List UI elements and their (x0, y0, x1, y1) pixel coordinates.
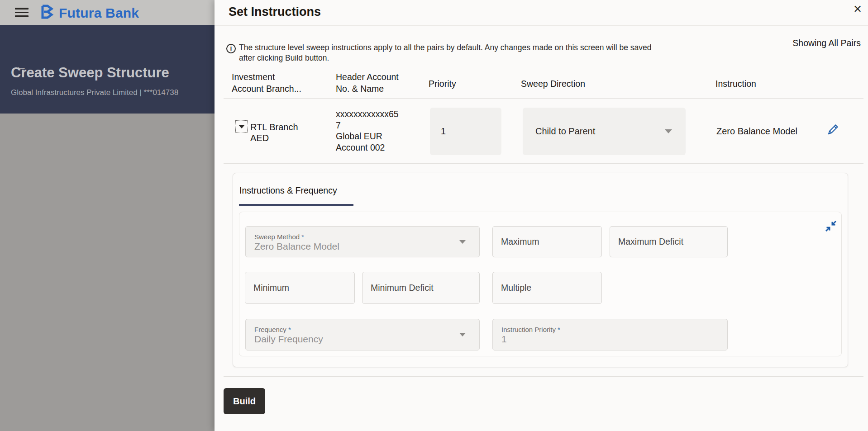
info-line-2: after clicking Build button. (239, 53, 687, 63)
priority-input[interactable]: 1 (430, 108, 501, 155)
collapse-panel-icon[interactable] (825, 220, 837, 232)
required-asterisk: * (558, 326, 560, 333)
minimum-deficit-input[interactable]: Minimum Deficit (362, 272, 480, 304)
column-header-instruction: Instruction (715, 78, 756, 90)
modal-title: Set Instructions (229, 5, 321, 19)
tab-active-underline (239, 204, 353, 206)
maximum-input[interactable]: Maximum (492, 226, 602, 257)
account-name: Global EUR Account 002 (336, 131, 402, 153)
hamburger-menu-icon[interactable] (15, 8, 29, 18)
background-page: Futura Bank ← Create Sweep Structure Glo… (0, 0, 215, 431)
chevron-down-icon (459, 240, 466, 244)
minimum-placeholder: Minimum (253, 283, 289, 293)
chevron-down-icon (459, 333, 466, 336)
info-icon: i (226, 44, 236, 53)
cell-branch: RTL Branch AED (250, 122, 301, 143)
instruction-priority-input[interactable]: Instruction Priority* 1 (492, 319, 728, 350)
frequency-select[interactable]: Frequency* Daily Frequency (245, 319, 480, 350)
minimum-input[interactable]: Minimum (245, 272, 355, 304)
sweep-direction-value: Child to Parent (535, 126, 595, 137)
maximum-placeholder: Maximum (501, 237, 539, 247)
column-header-investment-branch: Investment Account Branch... (232, 71, 306, 95)
sweep-method-select[interactable]: Sweep Method* Zero Balance Model (245, 226, 480, 257)
app-header-bar: Futura Bank (0, 0, 215, 25)
instruction-priority-label: Instruction Priority* (501, 326, 560, 333)
showing-all-pairs-label: Showing All Pairs (792, 38, 861, 48)
set-instructions-modal: Set Instructions × i The structure level… (215, 0, 868, 431)
build-button[interactable]: Build (224, 388, 265, 414)
page-subtitle: Global Infrastructures Private Limited |… (11, 88, 178, 97)
sweep-method-value: Zero Balance Model (254, 241, 339, 252)
expand-row-button[interactable] (235, 120, 248, 133)
multiple-placeholder: Multiple (501, 283, 531, 293)
maximum-deficit-input[interactable]: Maximum Deficit (610, 226, 728, 257)
account-number: xxxxxxxxxxxx657 (336, 109, 402, 131)
cell-instruction: Zero Balance Model (716, 126, 797, 137)
row-divider (224, 163, 863, 164)
header-divider (224, 98, 863, 99)
info-message: The structure level sweep instructions a… (239, 43, 687, 63)
edit-pencil-icon[interactable] (827, 123, 839, 136)
column-header-sweep-direction: Sweep Direction (521, 78, 585, 90)
chevron-down-icon (238, 125, 245, 128)
futura-bank-logo-icon (40, 4, 54, 22)
sweep-direction-select[interactable]: Child to Parent (523, 108, 686, 155)
page-title-panel: ← Create Sweep Structure Global Infrastr… (0, 25, 215, 114)
page-title: Create Sweep Structure (11, 65, 169, 81)
maximum-deficit-placeholder: Maximum Deficit (618, 237, 683, 247)
tab-instructions-frequency[interactable]: Instructions & Frequency (239, 185, 337, 196)
brand-name: Futura Bank (59, 5, 139, 21)
column-header-header-account: Header Account No. & Name (336, 71, 406, 95)
sweep-method-label: Sweep Method* (254, 233, 304, 241)
chevron-down-icon (665, 129, 672, 133)
instruction-priority-value: 1 (501, 334, 507, 345)
modal-header: Set Instructions × (215, 0, 868, 26)
frequency-label: Frequency* (254, 326, 291, 333)
footer-divider (224, 376, 863, 377)
priority-value: 1 (441, 126, 446, 137)
required-asterisk: * (288, 326, 291, 333)
frequency-value: Daily Frequency (254, 334, 323, 345)
info-line-1: The structure level sweep instructions a… (239, 43, 687, 53)
brand-logo[interactable]: Futura Bank (40, 4, 139, 22)
required-asterisk: * (301, 233, 304, 241)
multiple-input[interactable]: Multiple (492, 272, 602, 304)
minimum-deficit-placeholder: Minimum Deficit (371, 283, 434, 293)
close-icon[interactable]: × (854, 2, 862, 16)
cell-account: xxxxxxxxxxxx657 Global EUR Account 002 (336, 109, 402, 153)
column-header-priority: Priority (429, 78, 456, 90)
